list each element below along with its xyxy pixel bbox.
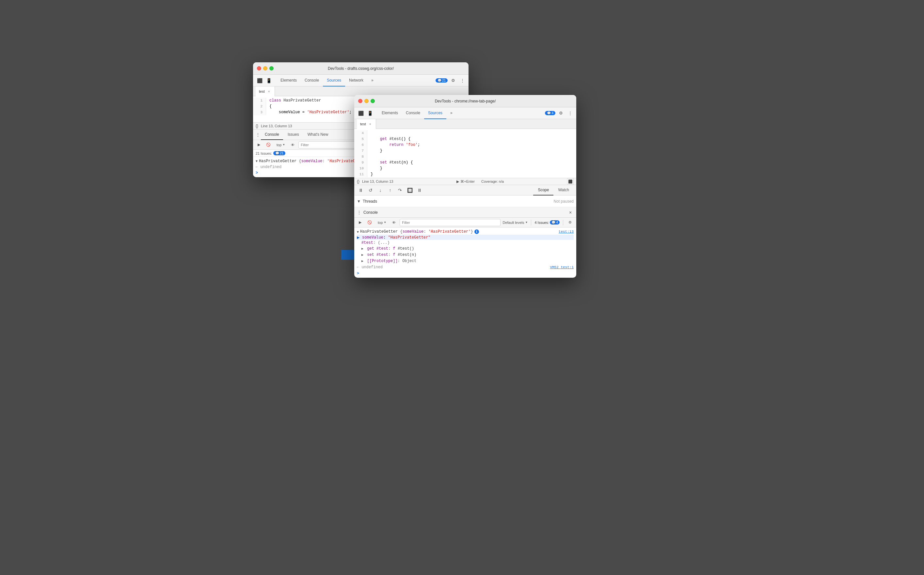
console-header: ⋮ Console × <box>354 207 576 218</box>
some-value-prop: someValue: "HasPrivateGetter" <box>362 235 431 240</box>
console-object-entry-front: ▼ HasPrivateGetter {someValue: 'HasPriva… <box>357 229 574 235</box>
play-btn-front[interactable]: ▶ <box>357 219 363 226</box>
tab-console-back[interactable]: Console <box>301 75 323 86</box>
more-icon-front[interactable]: ⋮ <box>566 110 574 117</box>
main-toolbar-front: ⬛ 📱 Elements Console Sources » 💬 4 <box>354 107 576 119</box>
eye-btn-back[interactable]: 👁 <box>289 141 296 148</box>
tab-more-front[interactable]: » <box>446 107 456 119</box>
inspect-icon-front[interactable]: ⬛ <box>357 109 365 117</box>
issues-badge-toolbar-back[interactable]: 💬 21 <box>436 78 448 83</box>
settings-console-btn[interactable]: ⚙ <box>566 219 574 226</box>
step-over-btn[interactable]: ↺ <box>367 186 374 194</box>
play-btn-back[interactable]: ▶ <box>256 141 262 148</box>
coverage-btn[interactable]: ⬛ <box>567 178 574 185</box>
top-btn-front[interactable]: top ▼ <box>376 219 388 226</box>
default-levels-btn[interactable]: Default levels ▼ <box>503 221 528 224</box>
issues-count-badge-front: 💬 4 <box>550 220 560 224</box>
toolbar-right-front: 💬 4 ⚙ ⋮ <box>544 110 574 117</box>
line-col-front: Line 13, Column 13 <box>362 179 393 183</box>
info-icon-front[interactable]: ℹ <box>474 229 479 234</box>
main-tabs-back: Elements Console Sources Network » <box>277 75 433 86</box>
top-chevron-back: ▼ <box>282 143 285 146</box>
main-toolbar-back: ⬛ 📱 Elements Console Sources Network » <box>253 75 469 86</box>
coverage-label: Coverage: n/a <box>481 179 504 183</box>
deactivate-btn[interactable]: 🔲 <box>406 186 413 194</box>
title-bar-back: DevTools - drafts.csswg.org/css-color/ <box>253 62 469 75</box>
step-out-btn[interactable]: ↑ <box>386 186 394 194</box>
line-col-back: Line 13, Column 13 <box>261 124 292 128</box>
dont-pause-btn[interactable]: ⏸ <box>416 186 423 194</box>
prop-set-test: ▶ set #test: f #test(n) <box>357 252 574 258</box>
expand-triangle-back[interactable]: ▼ <box>256 160 258 163</box>
tab-console-front[interactable]: Console <box>402 107 424 119</box>
source-panel-front: 4 5 get #test() { 6 return 'foo'; 7 } <box>354 129 576 178</box>
minimize-button-back[interactable] <box>263 66 267 70</box>
source-lines-front: 4 5 get #test() { 6 return 'foo'; 7 } <box>354 130 576 177</box>
vm-ref-front[interactable]: VM52 test:1 <box>550 265 574 269</box>
scope-watch-tabs: Scope Watch <box>533 185 574 195</box>
top-chevron-front: ▼ <box>384 221 386 224</box>
tab-network-back[interactable]: Network <box>345 75 367 86</box>
file-ref-front[interactable]: test:13 <box>559 230 574 233</box>
tab-sources-front[interactable]: Sources <box>424 107 446 119</box>
run-button-front[interactable]: ▶ ⌘+Enter <box>456 179 475 184</box>
dots-menu-front[interactable]: ⋮ <box>357 210 361 215</box>
eye-btn-front[interactable]: 👁 <box>390 219 398 226</box>
pause-btn[interactable]: ⏸ <box>357 186 365 194</box>
debugger-toolbar-front: ⏸ ↺ ↓ ↑ ↷ 🔲 ⏸ Scope Watch <box>354 185 576 195</box>
issues-count-back: 21 Issues: <box>256 151 272 155</box>
expand-object-front[interactable]: ▼ <box>357 230 359 234</box>
console-tab-console-back[interactable]: Console <box>261 130 283 140</box>
file-tab-test-front[interactable]: test × <box>357 119 376 129</box>
inspect-icon[interactable]: ⬛ <box>256 77 264 84</box>
file-tab-close-front[interactable]: × <box>368 122 372 126</box>
more-icon-back[interactable]: ⋮ <box>459 77 466 84</box>
scope-tab[interactable]: Scope <box>533 185 553 195</box>
toolbar-right-back: 💬 21 ⚙ ⋮ <box>434 77 466 84</box>
block-btn-back[interactable]: 🚫 <box>264 141 273 148</box>
prop-get-test: ▶ get #test: f #test() <box>357 246 574 252</box>
status-bar-front: {} Line 13, Column 13 ▶ ⌘+Enter Coverage… <box>354 178 576 185</box>
main-tabs-front: Elements Console Sources » <box>378 107 542 119</box>
tab-elements-front[interactable]: Elements <box>378 107 402 119</box>
console-toolbar-front: ▶ 🚫 top ▼ 👁 Default levels ▼ 4 Issues: 💬… <box>354 218 576 227</box>
tab-elements-back[interactable]: Elements <box>277 75 301 86</box>
block-btn-front[interactable]: 🚫 <box>365 219 374 226</box>
watch-tab[interactable]: Watch <box>553 185 574 195</box>
dots-menu-back[interactable]: ⋮ <box>256 132 260 137</box>
minimize-button-front[interactable] <box>364 99 369 103</box>
console-tab-issues-back[interactable]: Issues <box>284 130 303 140</box>
console-tab-whatsnew-back[interactable]: What's New <box>304 130 332 140</box>
prop-test: #test: (...) <box>357 240 574 246</box>
issues-badge-front: 4 Issues: 💬 4 <box>534 220 560 224</box>
step-into-btn[interactable]: ↓ <box>377 186 384 194</box>
traffic-lights-front <box>358 99 375 103</box>
maximize-button-front[interactable] <box>371 99 375 103</box>
console-output-front: ▼ HasPrivateGetter {someValue: 'HasPriva… <box>354 227 576 278</box>
tab-sources-back[interactable]: Sources <box>323 75 345 86</box>
filter-input-front[interactable] <box>400 219 501 226</box>
threads-toggle-arrow[interactable]: ▼ <box>357 199 361 203</box>
file-tab-test-back[interactable]: test × <box>256 86 275 96</box>
undefined-entry-front: ← undefined VM52 test:1 <box>357 264 574 270</box>
close-button-front[interactable] <box>358 99 363 103</box>
console-prompt-front[interactable]: > <box>357 270 574 276</box>
device-icon[interactable]: 📱 <box>265 77 273 84</box>
top-btn-back[interactable]: top ▼ <box>275 141 287 148</box>
source-line-8: 8 <box>354 154 576 160</box>
close-button-back[interactable] <box>257 66 261 70</box>
file-tab-close-back[interactable]: × <box>267 89 271 94</box>
not-paused-label: Not paused <box>554 199 574 203</box>
threads-label: Threads <box>363 199 377 203</box>
source-line-10: 10 } <box>354 165 576 172</box>
settings-icon-back[interactable]: ⚙ <box>450 77 457 84</box>
step-btn[interactable]: ↷ <box>396 186 404 194</box>
settings-icon-front[interactable]: ⚙ <box>557 110 565 117</box>
tab-more-back[interactable]: » <box>367 75 377 86</box>
prop-prototype: ▶ [[Prototype]]: Object <box>357 258 574 264</box>
issues-badge-toolbar-front[interactable]: 💬 4 <box>545 111 555 115</box>
object-text-front: HasPrivateGetter {someValue: 'HasPrivate… <box>360 229 473 234</box>
close-console-btn[interactable]: × <box>567 209 574 216</box>
maximize-button-back[interactable] <box>269 66 274 70</box>
device-icon-front[interactable]: 📱 <box>366 109 374 117</box>
